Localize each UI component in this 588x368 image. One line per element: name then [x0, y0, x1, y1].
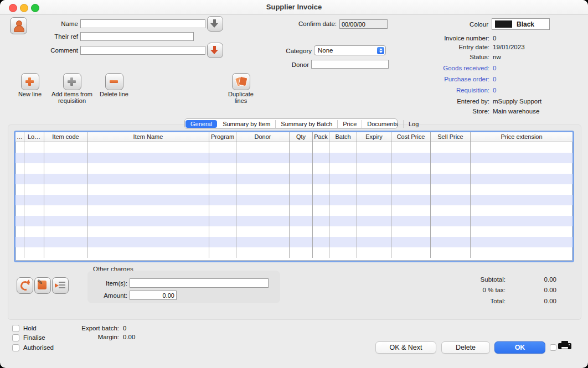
table-cell[interactable] — [471, 205, 572, 216]
tab-summary-by-item[interactable]: Summary by Item — [218, 120, 275, 128]
table-cell[interactable] — [329, 205, 357, 216]
table-cell[interactable] — [431, 174, 471, 184]
printer-icon[interactable] — [558, 341, 571, 352]
table-cell[interactable] — [44, 205, 87, 216]
table-cell[interactable] — [44, 195, 87, 205]
table-cell[interactable] — [471, 184, 572, 195]
table-cell[interactable] — [87, 205, 209, 216]
table-row[interactable] — [16, 184, 572, 195]
table-cell[interactable] — [209, 237, 236, 247]
table-cell[interactable] — [391, 174, 431, 184]
table-cell[interactable] — [236, 153, 290, 163]
table-cell[interactable] — [471, 153, 572, 163]
info-value[interactable]: 0 — [493, 65, 496, 71]
donor-input[interactable] — [311, 60, 389, 69]
table-cell[interactable] — [209, 174, 236, 184]
table-cell[interactable] — [313, 195, 329, 205]
invoice-info-row[interactable]: Goods received:0 — [406, 65, 496, 72]
column-header[interactable]: … — [16, 132, 24, 142]
tab-price[interactable]: Price — [337, 120, 362, 128]
tab-documents[interactable]: Documents — [362, 120, 403, 128]
table-cell[interactable] — [431, 226, 471, 237]
table-cell[interactable] — [290, 174, 313, 184]
table-cell[interactable] — [357, 247, 391, 258]
table-cell[interactable] — [357, 174, 391, 184]
table-cell[interactable] — [236, 237, 290, 247]
table-cell[interactable] — [16, 237, 24, 247]
category-dropdown[interactable]: None — [314, 45, 386, 55]
column-header[interactable]: Expiry — [357, 132, 391, 142]
table-cell[interactable] — [357, 205, 391, 216]
table-cell[interactable] — [209, 153, 236, 163]
column-header[interactable]: Cost Price — [391, 132, 431, 142]
table-cell[interactable] — [391, 247, 431, 258]
import-lines-button[interactable] — [52, 277, 69, 294]
table-row[interactable] — [16, 216, 572, 226]
name-input[interactable] — [80, 19, 205, 28]
table-cell[interactable] — [87, 237, 209, 247]
table-cell[interactable] — [431, 163, 471, 174]
table-cell[interactable] — [290, 163, 313, 174]
table-cell[interactable] — [471, 247, 572, 258]
table-cell[interactable] — [87, 174, 209, 184]
column-header[interactable]: Donor — [236, 132, 290, 142]
table-cell[interactable] — [44, 142, 87, 153]
table-cell[interactable] — [236, 142, 290, 153]
edit-line-button[interactable]: ✎ — [34, 277, 51, 294]
tab-summary-by-batch[interactable]: Summary by Batch — [275, 120, 337, 128]
table-cell[interactable] — [290, 205, 313, 216]
column-header[interactable]: Item Name — [87, 132, 209, 142]
table-cell[interactable] — [209, 163, 236, 174]
table-cell[interactable] — [471, 174, 572, 184]
table-cell[interactable] — [24, 184, 44, 195]
table-cell[interactable] — [329, 153, 357, 163]
invoice-info-row[interactable]: Purchase order:0 — [406, 76, 496, 84]
table-cell[interactable] — [431, 237, 471, 247]
table-cell[interactable] — [236, 205, 290, 216]
table-cell[interactable] — [329, 163, 357, 174]
column-header[interactable]: Lo… — [24, 132, 44, 142]
table-cell[interactable] — [313, 153, 329, 163]
table-row[interactable] — [16, 153, 572, 163]
their-ref-input[interactable] — [80, 32, 194, 41]
comment-input[interactable] — [80, 46, 205, 55]
table-cell[interactable] — [24, 163, 44, 174]
table-cell[interactable] — [87, 247, 209, 258]
info-value[interactable]: 0 — [493, 87, 496, 94]
table-row[interactable] — [16, 226, 572, 237]
table-cell[interactable] — [329, 247, 357, 258]
table-cell[interactable] — [329, 174, 357, 184]
table-cell[interactable] — [16, 216, 24, 226]
table-cell[interactable] — [44, 247, 87, 258]
invoice-lines-table[interactable]: …Lo…Item codeItem NameProgramDonorQtyPac… — [14, 131, 574, 262]
table-cell[interactable] — [357, 226, 391, 237]
new-line-button[interactable] — [21, 73, 39, 90]
table-cell[interactable] — [391, 153, 431, 163]
table-cell[interactable] — [431, 205, 471, 216]
table-cell[interactable] — [290, 247, 313, 258]
table-cell[interactable] — [236, 226, 290, 237]
info-value[interactable]: 0 — [493, 76, 496, 82]
column-header[interactable]: Batch — [329, 132, 357, 142]
table-cell[interactable] — [24, 195, 44, 205]
table-cell[interactable] — [431, 184, 471, 195]
table-cell[interactable] — [24, 205, 44, 216]
comment-expand-button[interactable] — [207, 43, 223, 58]
colour-picker-button[interactable]: Black — [492, 18, 550, 30]
column-header[interactable]: Sell Price — [431, 132, 471, 142]
table-cell[interactable] — [391, 184, 431, 195]
table-row[interactable] — [16, 237, 572, 247]
table-cell[interactable] — [290, 142, 313, 153]
table-cell[interactable] — [290, 226, 313, 237]
table-cell[interactable] — [329, 226, 357, 237]
ok-next-button[interactable]: OK & Next — [375, 341, 436, 354]
table-cell[interactable] — [313, 226, 329, 237]
table-cell[interactable] — [431, 142, 471, 153]
table-cell[interactable] — [391, 226, 431, 237]
table-cell[interactable] — [16, 163, 24, 174]
table-cell[interactable] — [471, 142, 572, 153]
delete-button[interactable]: Delete — [441, 341, 490, 354]
table-cell[interactable] — [313, 205, 329, 216]
table-cell[interactable] — [209, 205, 236, 216]
table-cell[interactable] — [391, 205, 431, 216]
